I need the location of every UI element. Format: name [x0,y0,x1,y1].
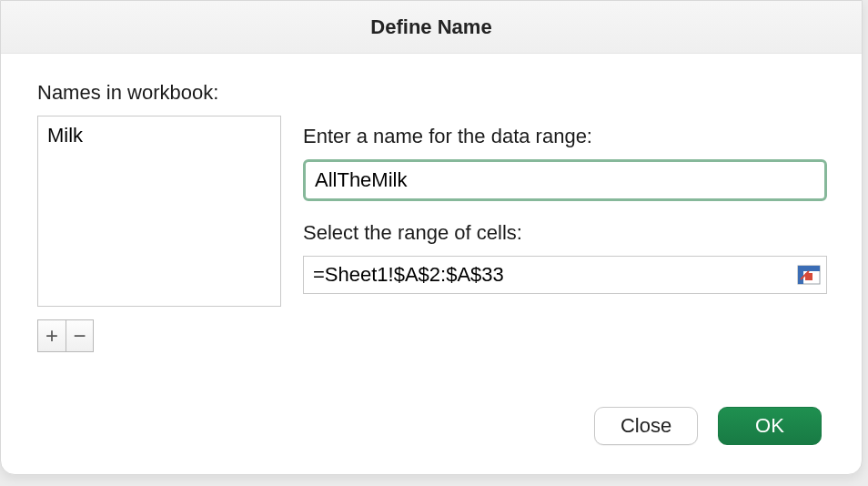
name-input-label: Enter a name for the data range: [303,125,827,148]
names-listbox[interactable]: Milk [37,116,281,307]
remove-name-button[interactable]: − [66,320,93,351]
ok-button[interactable]: OK [718,407,822,445]
range-input-container [303,256,827,294]
names-in-workbook-label: Names in workbook: [37,81,281,105]
close-button-label: Close [621,414,671,438]
name-input-container [303,159,827,201]
range-input-label: Select the range of cells: [303,221,827,245]
ok-button-label: OK [755,414,784,438]
name-input[interactable] [313,167,817,193]
plus-icon: + [45,325,58,347]
titlebar: Define Name [1,1,862,54]
range-picker-icon[interactable] [797,265,821,285]
add-name-button[interactable]: + [38,320,66,351]
dialog-title: Define Name [370,15,491,39]
list-item[interactable]: Milk [38,116,280,153]
close-button[interactable]: Close [594,407,698,445]
minus-icon: − [73,325,86,347]
range-input[interactable] [311,262,792,288]
svg-rect-2 [798,266,803,284]
define-name-dialog: Define Name Names in workbook: Milk + − … [0,0,863,475]
add-remove-toolbar: + − [37,319,94,352]
